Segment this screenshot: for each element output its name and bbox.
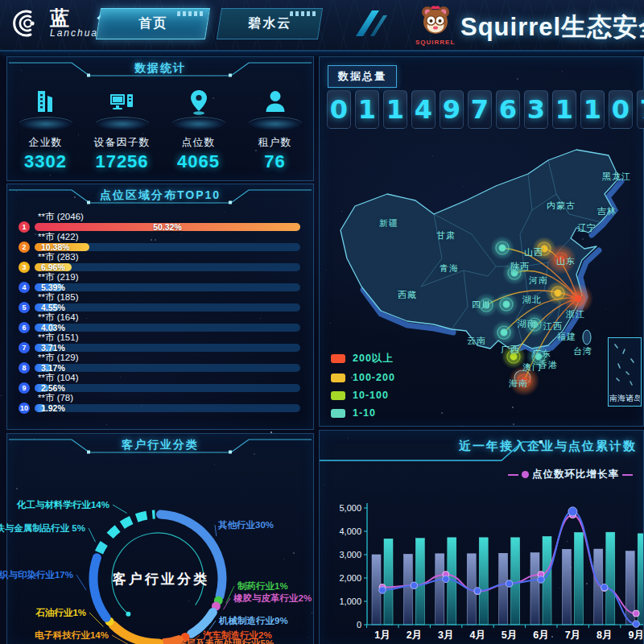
x-axis-month-label: 1月	[374, 630, 390, 641]
top10-row-bar: 92.56%	[19, 383, 300, 393]
top10-row: **市 (151)73.71%	[19, 332, 300, 353]
bar-percent-label: 2.56%	[41, 383, 65, 393]
counter-digit: 0	[327, 90, 351, 129]
line-blue-point	[411, 582, 417, 588]
x-axis-month-label: 8月	[597, 630, 612, 641]
bar-cyan	[511, 538, 520, 625]
line-pink-point	[633, 610, 639, 617]
top10-row-name: **市 (219)	[38, 272, 300, 283]
legend-swatch	[331, 391, 345, 400]
top10-panel-title: 点位区域分布TOP10	[7, 184, 313, 205]
bar-percent-label: 5.39%	[41, 283, 65, 292]
donut-slice	[93, 558, 106, 617]
counter-digit: 0	[609, 90, 633, 129]
inset-label: 南海诸岛	[609, 393, 640, 404]
map-hotspot	[502, 345, 526, 369]
line-blue-point	[474, 588, 481, 594]
bar-track: 3.17%	[35, 364, 300, 372]
donut-callout-label: 橡胶与皮革行业2%	[233, 592, 312, 605]
donut-callout-label: 钢铁与金属制品行业 5%	[0, 522, 85, 535]
bar-track: 50.32%	[35, 223, 300, 231]
lanchuang-spiral-icon	[11, 6, 43, 40]
icon-pedestal	[19, 117, 72, 130]
app-title: Squirrel生态安全云平台	[460, 10, 644, 44]
x-axis-month-label: 6月	[533, 630, 548, 641]
map-legend: 200以上100-20010-1001-10	[331, 352, 395, 425]
top10-row-name: **市 (422)	[38, 232, 300, 242]
line-blue-point	[379, 587, 386, 593]
bar-cyan	[415, 539, 424, 625]
bar-percent-label: 6.96%	[41, 262, 65, 272]
trend-panel-title: 近一年接入企业与点位累计数	[459, 439, 637, 454]
top10-region-panel: 点位区域分布TOP10 **市 (2046)150.32%**市 (422)21…	[6, 184, 314, 430]
counter-digit: 4	[411, 90, 436, 129]
trend-panel: 近一年接入企业与点位累计数 点位数环比增长率 01,0002,0003,0004…	[319, 430, 644, 644]
y-axis-tick-label: 0	[357, 620, 361, 630]
stat-device-factors: 设备因子数 17256	[84, 86, 160, 172]
top10-row-name: **市 (104)	[38, 373, 300, 383]
top10-row: **市 (129)83.17%	[19, 353, 300, 373]
top10-row-name: **市 (78)	[38, 393, 300, 403]
line-blue-point	[506, 580, 512, 587]
legend-label: 10-100	[353, 390, 389, 401]
bar-track: 4.03%	[35, 324, 300, 332]
tab-bishuiyun-label: 碧水云	[220, 9, 320, 37]
legend-swatch	[331, 409, 345, 418]
map-hotspot	[522, 312, 547, 336]
map-hotspot	[502, 261, 526, 285]
x-axis-month-label: 2月	[407, 630, 422, 641]
bar-dark	[499, 553, 508, 625]
tab-bishuiyun[interactable]: 碧水云	[217, 8, 323, 39]
rank-badge: 9	[19, 382, 30, 394]
stat-value: 76	[237, 151, 313, 172]
line-blue-point	[443, 576, 449, 582]
x-axis-month-label: 3月	[438, 630, 453, 641]
map-legend-item: 1-10	[331, 407, 395, 419]
top10-row-bar: 150.32%	[19, 222, 300, 232]
donut-callout-label: 化工与材料学行业14%	[17, 499, 109, 511]
legend-label: 1-10	[353, 407, 376, 419]
bar-cyan	[384, 539, 393, 625]
squirrel-icon	[418, 2, 453, 38]
map-legend-item: 100-200	[331, 372, 395, 383]
top10-row: **市 (164)64.03%	[19, 312, 300, 332]
top10-bar-list: **市 (2046)150.32%**市 (422)210.38%**市 (28…	[19, 212, 300, 413]
tab-home[interactable]: 首页	[96, 8, 210, 39]
line-blue-point	[538, 576, 544, 583]
top10-row-bar: 73.71%	[19, 343, 300, 353]
rank-badge: 3	[19, 262, 30, 273]
y-axis-tick-label: 4,000	[339, 526, 361, 536]
bar-percent-label: 10.38%	[41, 242, 70, 252]
bar-percent-label: 3.17%	[41, 363, 65, 373]
top10-row-name: **市 (185)	[38, 292, 300, 303]
donut-callout-label: 电子科技行业14%	[35, 630, 109, 642]
rank-badge: 5	[19, 302, 30, 313]
top10-row: **市 (2046)150.32%	[19, 212, 300, 232]
industry-donut-chart: 其他行业30%制药行业1%橡胶与皮革行业2%机械制造行业9%汽车制造行业2%涂层…	[7, 458, 313, 644]
south-china-sea-inset: 南海诸岛	[608, 337, 642, 407]
x-axis-month-label: 9月	[628, 630, 643, 641]
donut-leader-line	[215, 525, 217, 536]
top10-row-bar: 45.39%	[19, 283, 300, 292]
stats-panel-title: 数据统计	[7, 57, 313, 78]
star	[1, 395, 2, 396]
top10-row: **市 (78)101.92%	[19, 393, 300, 413]
counter-digit: 3	[524, 90, 548, 129]
top-header-bar: 蓝 创 Lanchuang 首页 碧水云 SQUIRREL Squirrel生态…	[0, 0, 644, 52]
counter-digit: 7	[637, 90, 644, 129]
mascot-caption: SQUIRREL	[415, 39, 455, 46]
counter-digit: 1	[383, 90, 407, 129]
donut-callout-label: 石油行业1%	[35, 607, 86, 619]
rank-badge: 7	[19, 342, 30, 353]
bar-track: 2.56%	[35, 384, 300, 392]
bar-percent-label: 1.92%	[41, 403, 65, 413]
bar-percent-label: 4.03%	[41, 323, 65, 332]
x-axis-month-label: 7月	[565, 630, 580, 641]
legend-swatch	[331, 354, 345, 363]
stat-label: 点位数	[160, 135, 237, 150]
map-hotspot	[546, 244, 576, 275]
top10-row: **市 (219)45.39%	[19, 272, 300, 292]
top10-row-bar: 64.03%	[19, 323, 300, 332]
counter-digit: 7	[468, 90, 492, 129]
squirrel-mascot: SQUIRREL	[415, 2, 455, 46]
